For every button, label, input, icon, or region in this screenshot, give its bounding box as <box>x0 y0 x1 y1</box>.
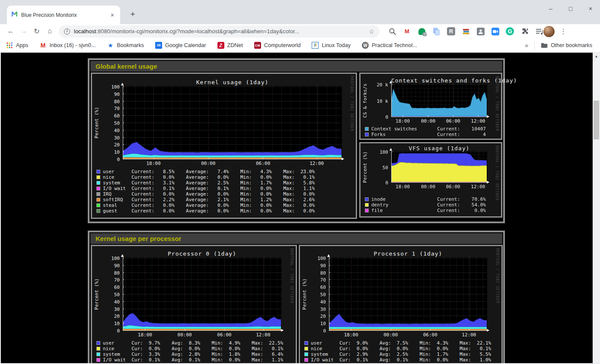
gmail-icon[interactable]: M <box>403 27 411 35</box>
browser-toolbar: ←→↻⌂ i localhost:8080/monitorix-cgi/moni… <box>0 24 600 38</box>
vfs-usage-panel: VFS usage (1day) Percent (%) RRDTOOL / T… <box>359 142 502 218</box>
back-icon[interactable]: ← <box>4 27 17 35</box>
legend-color-swatch <box>96 181 100 185</box>
extension-r-icon[interactable]: R <box>447 27 455 35</box>
section-title: Global kernel usage <box>90 61 502 72</box>
puzzle-extension-icon[interactable] <box>520 27 529 35</box>
legend-color-swatch <box>96 192 100 196</box>
legend-row: guest Current: 0.0% Average: 0.0% Min: 0… <box>96 208 315 214</box>
grammarly-icon[interactable]: G <box>506 27 514 35</box>
search-icon[interactable] <box>388 27 396 35</box>
forward-icon[interactable]: → <box>17 27 30 35</box>
legend-row: Context switches Current: 10407 <box>365 126 486 132</box>
browser-menu-icon[interactable]: ⋮ <box>560 27 567 35</box>
bookmark-label: Google Calendar <box>165 42 206 48</box>
playlist-icon[interactable] <box>535 27 543 35</box>
graph-title: VFS usage (1day) <box>391 145 487 152</box>
bookmark-item[interactable]: MInbox (16) - sjvn0... <box>40 42 96 49</box>
processor-0-panel: Processor 0 (1day) Percent (%) RRDTOOL /… <box>91 245 297 364</box>
bookmark-item[interactable]: ltLinux Today <box>312 42 351 49</box>
legend-row: Forks Current: 4 <box>365 132 486 137</box>
url-text[interactable]: localhost:8080/monitorix-cgi/monitorix.c… <box>74 28 369 35</box>
other-bookmarks-button[interactable]: Other bookmarks <box>541 42 592 49</box>
legend-color-swatch <box>365 133 369 136</box>
kernel-usage-plot <box>123 86 342 159</box>
copy-pages-icon[interactable] <box>432 27 440 35</box>
legend-color-swatch <box>365 209 369 212</box>
zoom-camera-icon[interactable] <box>491 27 499 35</box>
graph-title: Context switches and forks (1day) <box>391 77 487 84</box>
x-axis-arrow-icon: ▶ <box>487 328 489 332</box>
legend-row: steal Current: 0.0% Average: 0.0% Min: 0… <box>96 203 315 208</box>
legend-row: nice Cur: 0.0% Avg: 0.0% Min: 0.0% Max: … <box>96 346 283 351</box>
legend-row: nice Current: 0.0% Average: 0.0% Min: 0.… <box>96 174 315 180</box>
context-switches-panel: Context switches and forks (1day) CS & f… <box>359 73 502 140</box>
page-info-icon[interactable]: i <box>64 28 70 35</box>
bookmark-label: Inbox (16) - sjvn0... <box>50 42 96 48</box>
bookmark-item[interactable]: Apps <box>6 42 29 49</box>
scrollbar-up-arrow[interactable]: ▲ <box>593 54 600 58</box>
graph-legend: user Cur: 9.7% Avg: 8.3% Min: 4.9% Max: … <box>96 340 283 363</box>
bookmark-label: Linux Today <box>322 42 351 48</box>
tab-close-icon[interactable]: × <box>109 12 116 19</box>
profile-avatar[interactable] <box>543 26 555 37</box>
bookmark-item[interactable]: ★Bookmarks <box>107 42 144 49</box>
bookmark-item[interactable]: CWComputerworld <box>254 42 301 49</box>
window-controls: –□× <box>547 5 594 12</box>
context-switches-plot <box>391 84 487 117</box>
home-icon[interactable]: ⌂ <box>43 27 56 35</box>
bookmark-label: Computerworld <box>264 42 301 48</box>
legend-color-swatch <box>365 197 369 201</box>
star-icon: ★ <box>107 42 114 49</box>
chat-extension-icon[interactable]: ? <box>418 27 426 35</box>
bookmarks-overflow-chevron[interactable]: » <box>525 42 528 49</box>
browser-tab[interactable]: Blue Precision Monitorix × <box>7 6 120 24</box>
bookmark-star-icon[interactable]: ☆ <box>369 28 374 35</box>
legend-row: softIRQ Current: 2.2% Average: 2.1% Min:… <box>96 197 315 203</box>
y-axis-arrow-icon: ▲ <box>389 80 392 84</box>
new-tab-button[interactable]: + <box>127 9 138 19</box>
graph-legend: inode Current: 70.6%dentry Current: 54.0… <box>365 196 486 213</box>
books-icon[interactable] <box>462 27 470 35</box>
vfs-usage-plot <box>391 151 487 183</box>
bookmarks-divider <box>534 41 535 49</box>
graph-title: Kernel usage (1day) <box>123 79 342 85</box>
bookmark-item[interactable]: 28Google Calendar <box>155 42 206 49</box>
legend-color-swatch <box>365 203 369 207</box>
page-scrollbar[interactable]: ▲ <box>593 53 600 364</box>
bookmark-item[interactable]: WPractical Technol... <box>362 42 417 49</box>
legend-row: nice Cur: 0.0% Avg: 0.0% Min: 0.0% Max: … <box>304 346 491 351</box>
scrollbar-thumb[interactable] <box>594 101 599 139</box>
x-axis-arrow-icon: ▶ <box>341 157 344 161</box>
zdnet-icon: Z <box>217 42 224 49</box>
reload-icon[interactable]: ↻ <box>30 27 43 35</box>
x-axis-arrow-icon: ▶ <box>487 114 489 118</box>
rrdtool-watermark: RRDTOOL / TOBI OETIKER <box>350 76 354 131</box>
legend-color-swatch <box>96 175 100 179</box>
legend-row: user Current: 8.5% Average: 7.4% Min: 4.… <box>96 169 315 174</box>
bookmark-item[interactable]: ZZDNet <box>217 42 243 49</box>
graph-legend: Context switches Current: 10407Forks Cur… <box>365 126 486 137</box>
legend-row: IRQ Current: 0.0% Average: 0.0% Min: 0.0… <box>96 191 315 197</box>
legend-color-swatch <box>96 352 100 356</box>
rrdtool-watermark: RRDTOOL / TOBI OETIKER <box>495 248 499 304</box>
window-titlebar: Blue Precision Monitorix × + –□× <box>0 0 600 24</box>
folder-icon <box>541 42 548 49</box>
close-button[interactable]: × <box>587 5 594 12</box>
minimize-button[interactable]: – <box>547 5 554 12</box>
maximize-button[interactable]: □ <box>567 5 574 12</box>
legend-row: dentry Current: 54.0% <box>365 202 486 208</box>
legend-row: user Cur: 9.0% Avg: 7.5% Min: 4.3% Max: … <box>304 340 491 346</box>
contact-card-icon[interactable] <box>476 27 485 35</box>
graph-title: Processor 1 (1day) <box>329 250 487 257</box>
monitorix-page: Global kernel usage Kernel usage (1day) … <box>0 53 600 364</box>
legend-color-swatch <box>96 198 100 202</box>
address-bar[interactable]: i localhost:8080/monitorix-cgi/monitorix… <box>59 25 380 38</box>
legend-color-swatch <box>304 347 308 351</box>
legend-row: file Current: 0.0% <box>365 208 486 213</box>
bookmark-label: Apps <box>16 42 29 48</box>
gmail-icon: M <box>40 42 47 49</box>
y-axis-arrow-icon: ▲ <box>121 82 124 86</box>
legend-color-swatch <box>96 203 100 207</box>
bookmarks-bar: AppsMInbox (16) - sjvn0...★Bookmarks28Go… <box>0 38 600 53</box>
